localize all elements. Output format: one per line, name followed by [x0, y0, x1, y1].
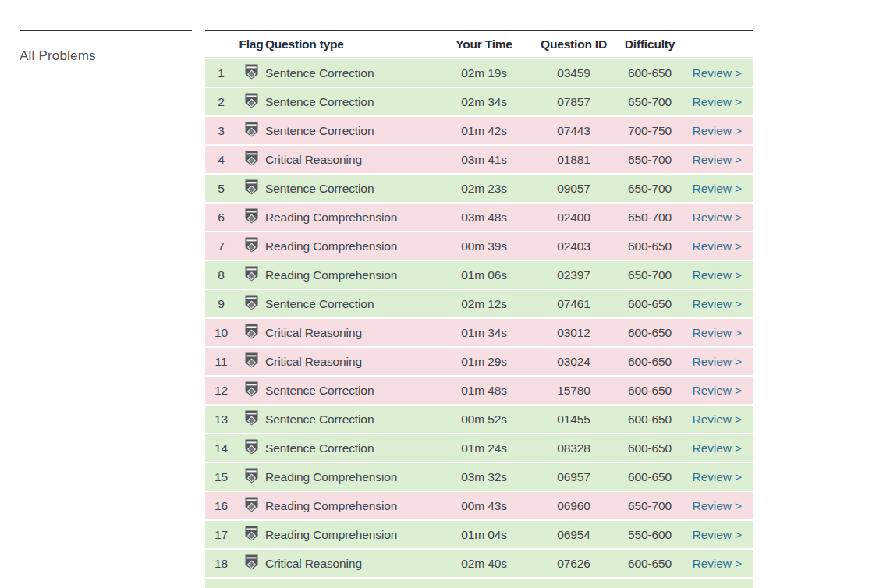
- question-id-cell: 02400: [529, 211, 619, 225]
- review-link[interactable]: Review >: [693, 211, 742, 224]
- your-time-cell: 02m 19s: [439, 66, 529, 80]
- difficulty-cell: 600-650: [619, 557, 681, 571]
- flag-button[interactable]: [245, 381, 258, 399]
- review-link[interactable]: Review >: [693, 470, 742, 484]
- row-number: 2: [205, 95, 237, 109]
- review-link[interactable]: Review >: [693, 297, 742, 310]
- difficulty-cell: 600-650: [619, 297, 681, 311]
- flag-badge-icon: [245, 324, 258, 342]
- review-link[interactable]: Review >: [693, 528, 742, 541]
- question-type-cell: Critical Reasoning: [265, 153, 439, 167]
- difficulty-cell: 700-750: [619, 124, 681, 138]
- table-row: 11 Critical Reasoning 01m 29s 03024 600-…: [205, 348, 753, 375]
- row-number: 4: [205, 153, 237, 167]
- review-link[interactable]: Review >: [693, 326, 742, 339]
- difficulty-cell: 650-700: [619, 211, 681, 225]
- flag-badge-icon: [245, 554, 258, 572]
- review-link[interactable]: Review >: [693, 499, 742, 512]
- flag-button[interactable]: [245, 208, 258, 226]
- flag-button[interactable]: [245, 497, 258, 515]
- question-id-cell: 08328: [529, 441, 619, 455]
- flag-badge-icon: [245, 410, 258, 428]
- review-link[interactable]: Review >: [693, 153, 742, 166]
- flag-button[interactable]: [245, 439, 258, 457]
- question-id-cell: 03012: [529, 326, 619, 340]
- flag-button[interactable]: [245, 295, 258, 313]
- question-id-cell: 06960: [529, 499, 619, 513]
- your-time-cell: 03m 41s: [439, 153, 529, 167]
- row-number: 8: [205, 268, 237, 282]
- flag-button[interactable]: [245, 64, 258, 82]
- flag-badge-icon: [245, 151, 258, 168]
- review-link[interactable]: Review >: [693, 66, 742, 80]
- question-id-cell: 09057: [529, 182, 619, 196]
- review-link[interactable]: Review >: [693, 441, 742, 455]
- table-row: 4 Critical Reasoning 03m 41s 01881 650-7…: [205, 146, 753, 173]
- question-type-cell: Sentence Correction: [265, 384, 439, 398]
- question-id-cell: 01455: [529, 413, 619, 427]
- header-question-type: Question type: [265, 37, 439, 51]
- review-link[interactable]: Review >: [693, 355, 742, 368]
- difficulty-cell: 600-650: [619, 326, 681, 340]
- difficulty-cell: 650-700: [619, 153, 681, 167]
- flag-button[interactable]: [245, 179, 258, 197]
- review-link[interactable]: Review >: [693, 268, 742, 282]
- table-body: 1 Sentence Correction 02m 19s 03459 600-…: [205, 59, 753, 588]
- review-link[interactable]: Review >: [693, 557, 742, 570]
- sidebar-item-all-problems[interactable]: All Problems: [20, 48, 96, 64]
- flag-button[interactable]: [245, 352, 258, 370]
- question-type-cell: Sentence Correction: [265, 413, 439, 427]
- table-row: 8 Reading Comprehension 01m 06s 02397 65…: [205, 261, 753, 289]
- flag-button[interactable]: [245, 526, 258, 544]
- flag-button[interactable]: [245, 410, 258, 428]
- flag-badge-icon: [245, 266, 258, 284]
- question-type-cell: Reading Comprehension: [265, 268, 439, 282]
- review-link[interactable]: Review >: [693, 239, 742, 253]
- review-link[interactable]: Review >: [693, 413, 742, 426]
- difficulty-cell: 650-700: [619, 499, 681, 513]
- flag-button[interactable]: [245, 237, 258, 255]
- difficulty-cell: 600-650: [619, 470, 681, 484]
- review-link[interactable]: Review >: [693, 182, 742, 195]
- difficulty-cell: 600-650: [619, 355, 681, 369]
- flag-badge-icon: [245, 93, 258, 111]
- your-time-cell: 00m 43s: [439, 499, 529, 513]
- table-row-partial: [205, 579, 753, 588]
- your-time-cell: 01m 34s: [439, 326, 529, 340]
- table-row: 14 Sentence Correction 01m 24s 08328 600…: [205, 434, 753, 462]
- question-type-cell: Reading Comprehension: [265, 470, 439, 484]
- flag-button[interactable]: [245, 468, 258, 486]
- problems-page: All Problems Flag Question type Your Tim…: [0, 0, 883, 588]
- row-number: 15: [205, 470, 237, 484]
- review-link[interactable]: Review >: [693, 95, 742, 108]
- flag-button[interactable]: [245, 151, 258, 168]
- question-type-cell: Sentence Correction: [265, 182, 439, 196]
- flag-badge-icon: [245, 179, 258, 197]
- review-link[interactable]: Review >: [693, 384, 742, 397]
- question-id-cell: 03459: [529, 66, 619, 80]
- table-row: 12 Sentence Correction 01m 48s 15780 600…: [205, 377, 753, 404]
- row-number: 12: [205, 384, 237, 398]
- flag-button[interactable]: [245, 324, 258, 342]
- flag-button[interactable]: [245, 122, 258, 140]
- your-time-cell: 01m 24s: [439, 441, 529, 455]
- question-id-cell: 06954: [529, 528, 619, 542]
- review-link[interactable]: Review >: [693, 124, 742, 137]
- row-number: 13: [205, 413, 237, 427]
- flag-badge-icon: [245, 439, 258, 457]
- row-number: 1: [205, 66, 237, 80]
- question-type-cell: Sentence Correction: [265, 441, 439, 455]
- flag-button[interactable]: [245, 554, 258, 572]
- question-type-cell: Reading Comprehension: [265, 499, 439, 513]
- flag-button[interactable]: [245, 93, 258, 111]
- row-number: 17: [205, 528, 237, 542]
- row-number: 18: [205, 557, 237, 571]
- row-number: 9: [205, 297, 237, 311]
- flag-button[interactable]: [245, 266, 258, 284]
- difficulty-cell: 650-700: [619, 95, 681, 109]
- question-type-cell: Critical Reasoning: [265, 326, 439, 340]
- table-row: 7 Reading Comprehension 00m 39s 02403 60…: [205, 232, 753, 260]
- table-row: 13 Sentence Correction 00m 52s 01455 600…: [205, 406, 753, 433]
- flag-badge-icon: [245, 237, 258, 255]
- flag-badge-icon: [245, 352, 258, 370]
